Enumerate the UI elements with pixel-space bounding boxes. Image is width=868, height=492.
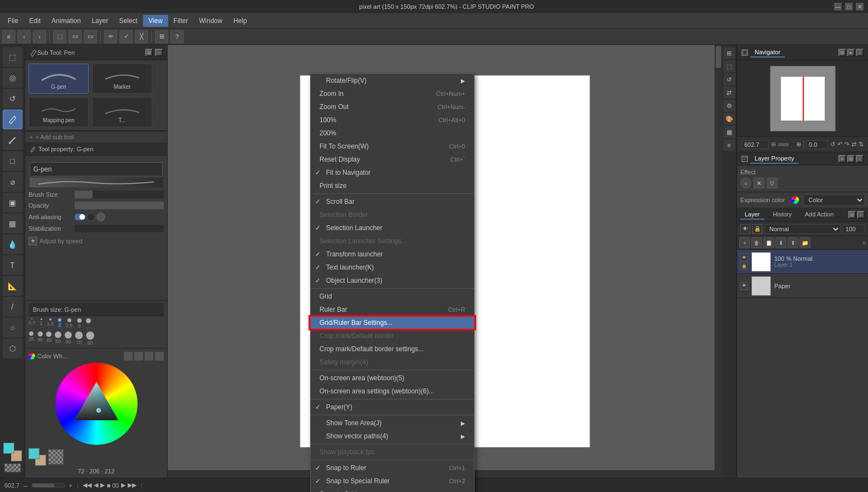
transparent-swatch[interactable] [4, 464, 21, 472]
nav-settings-btn[interactable]: ⊞ [838, 49, 846, 56]
menu-item-object-launcher-3-[interactable]: ✓Object Launcher(3) [311, 274, 474, 287]
expression-color-select[interactable]: Color Monochromatic Gray [803, 194, 865, 205]
vertical-scrollbar[interactable] [715, 45, 722, 478]
layer-prop-btn-3[interactable]: › [856, 155, 864, 163]
sub-tool-marker[interactable]: Marker [92, 64, 152, 94]
toolbar-btn-1[interactable]: ≡ [2, 30, 15, 43]
menu-layer[interactable]: Layer [86, 15, 113, 27]
size-2.5[interactable]: 2.5 [66, 318, 73, 329]
v-scroll-thumb[interactable] [716, 46, 721, 68]
tool-shape[interactable]: ○ [3, 318, 22, 337]
angle-input[interactable] [806, 140, 828, 149]
menu-item-show-vector-paths-4-[interactable]: Show vector paths(4)▶ [311, 430, 474, 443]
sub-tool-pen[interactable]: G-pen [28, 64, 89, 94]
tool-gradient[interactable]: ▦ [3, 214, 22, 233]
effect-btn-1[interactable]: ○ [740, 178, 751, 188]
size-1[interactable]: 1 [40, 318, 43, 329]
size-3[interactable]: 3 [77, 318, 82, 329]
menu-item-on-screen-area-settings--webtoon--6----[interactable]: On-screen area settings (webtoon)(6)... [311, 385, 474, 398]
menu-file[interactable]: File [2, 15, 24, 27]
tool-3d[interactable]: ⬡ [3, 339, 22, 358]
menu-filter[interactable]: Filter [168, 15, 194, 27]
menu-edit[interactable]: Edit [24, 15, 46, 27]
layer-panel-btn[interactable]: ⊞ [848, 211, 856, 219]
menu-select[interactable]: Select [113, 15, 142, 27]
add-sub-tool[interactable]: + + Add sub tool [25, 131, 167, 142]
status-play[interactable]: ▶ [100, 482, 105, 489]
nav-flip-h[interactable]: ⇄ [852, 141, 856, 148]
toolbar-grid[interactable]: ⊞ [155, 30, 168, 43]
layer-opacity-input[interactable] [843, 225, 865, 233]
aa-circle-2[interactable] [96, 213, 105, 221]
nav-expand-btn[interactable]: ▸ [847, 49, 855, 56]
menu-item-200-[interactable]: 200% [311, 127, 474, 140]
angle-cw[interactable]: ↷ [844, 141, 849, 148]
layer-move-up[interactable]: ⬆ [787, 237, 798, 248]
size-70[interactable]: 70 [75, 331, 83, 346]
layer-panel-arr[interactable]: › [857, 211, 865, 219]
menu-item-paper-y-[interactable]: ✓Paper(Y) [311, 401, 474, 414]
size-30[interactable]: 30 [37, 331, 43, 346]
size-80[interactable]: 80 [86, 331, 94, 346]
menu-item-crop-mark-default-border-settings---[interactable]: Crop mark/Default border settings... [311, 342, 474, 356]
zoom-minus[interactable]: ⊖ [771, 141, 776, 148]
status-frame-back[interactable]: ◀◀ [83, 482, 92, 489]
layer-lock-1[interactable]: 🔒 [740, 262, 748, 270]
toolbar-select-2[interactable]: ▭ [84, 30, 97, 43]
nav-arrow-btn[interactable]: › [856, 49, 864, 56]
brush-size-slider[interactable] [75, 191, 164, 198]
status-frame-next[interactable]: ▶ [121, 482, 125, 489]
menu-item-snap-to-special-ruler[interactable]: ✓Snap to Special RulerCtrl+2 [311, 474, 474, 488]
menu-item-scroll-bar[interactable]: ✓Scroll Bar [311, 195, 474, 208]
size-50[interactable]: 50 [55, 331, 61, 346]
tool-brush[interactable] [3, 130, 22, 150]
color-tab-3[interactable] [145, 352, 153, 361]
flip-icon[interactable]: ⇄ [723, 87, 735, 99]
size-25[interactable]: 25 [28, 331, 34, 346]
layer-folder[interactable]: 📁 [800, 237, 810, 248]
size-2[interactable]: 2 [58, 318, 61, 329]
menu-item-grid-ruler-bar-settings---[interactable]: Grid/Ruler Bar Settings... [311, 316, 474, 329]
size-0.7[interactable]: 0.7 [28, 318, 36, 329]
status-frame-prev[interactable]: ◀ [94, 482, 98, 489]
menu-window[interactable]: Window [193, 15, 228, 27]
effect-btn-3[interactable]: ▽ [767, 178, 778, 188]
layer-prop-btn-1[interactable]: ≡ [838, 155, 846, 163]
tool-lasso[interactable]: ⌀ [3, 172, 22, 192]
fg-color-swatch[interactable] [28, 448, 39, 459]
sub-panel-collapse[interactable]: – [155, 49, 163, 56]
stabilization-slider[interactable] [75, 225, 164, 232]
toolbar-transform[interactable]: ⬚ [53, 30, 66, 43]
zoom-plus[interactable]: ⊕ [796, 141, 801, 148]
layer-delete-btn[interactable]: 🗑 [751, 237, 762, 248]
add-action-tab[interactable]: Add Action [801, 210, 838, 220]
maximize-button[interactable]: □ [845, 3, 853, 10]
tool-fill[interactable]: ▣ [3, 193, 22, 213]
color-tab-4[interactable] [155, 352, 164, 361]
zoom-input[interactable] [741, 140, 769, 149]
tool-eraser[interactable]: □ [3, 151, 22, 171]
menu-item-grid[interactable]: Grid [311, 290, 474, 303]
layer-icon[interactable]: ≡ [723, 139, 735, 151]
toolbar-select-rect[interactable]: ▭ [68, 30, 82, 43]
add-property-btn[interactable]: + [28, 237, 37, 245]
menu-help[interactable]: Help [228, 15, 253, 27]
angle-reset[interactable]: ↺ [830, 141, 835, 148]
menu-item-transform-launcher[interactable]: ✓Transform launcher [311, 248, 474, 261]
status-zoom-minus[interactable]: – [24, 482, 27, 489]
tool-eyedropper[interactable]: 💧 [3, 234, 22, 254]
history-tab[interactable]: History [769, 210, 796, 220]
menu-item-rotate-flip-v-[interactable]: Rotate/Flip(V)▶ [311, 74, 474, 87]
transparent-color-swatch[interactable] [48, 449, 64, 465]
anti-aliasing-toggle[interactable] [75, 214, 85, 220]
tool-pen[interactable] [3, 110, 22, 129]
color-wheel[interactable] [55, 363, 138, 445]
transform-icon[interactable]: ⬚ [723, 60, 735, 72]
toolbar-pen-btn[interactable]: ✏ [104, 30, 117, 43]
tool-text[interactable]: T [3, 255, 22, 275]
toolbar-x[interactable]: ╳ [135, 30, 148, 43]
sub-tool-t[interactable]: T... [92, 97, 152, 127]
sub-tool-mapping[interactable]: Mapping pen [28, 97, 89, 127]
rotate-icon[interactable]: ↺ [723, 73, 735, 85]
settings-icon[interactable]: ⚙ [723, 100, 735, 112]
